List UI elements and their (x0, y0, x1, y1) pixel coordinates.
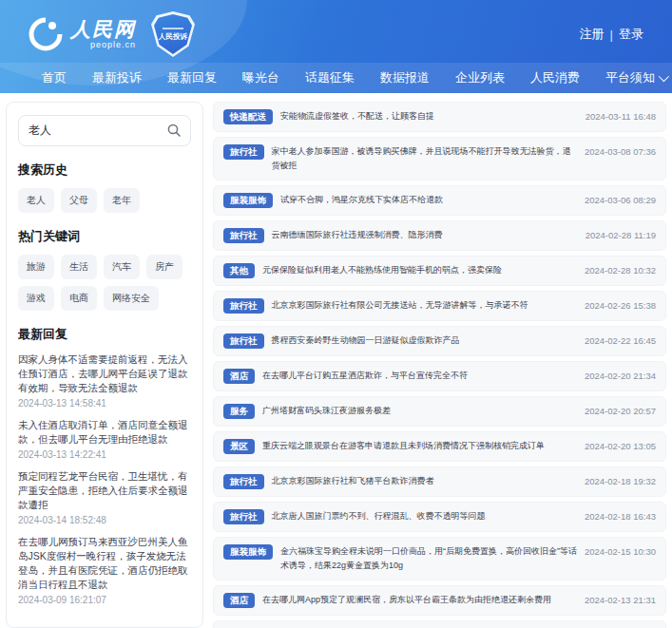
complaint-list: 快递配送 安能物流虚假签收，不配送，让顾客自提 2024-03-11 16:48… (213, 102, 666, 628)
nav-item-platform-notice[interactable]: 平台须知 (605, 69, 666, 86)
complaint-title: 试穿不合脚，鸿星尔克线下实体店不给退款 (280, 193, 577, 207)
search-icon[interactable] (166, 123, 182, 138)
nav-item-company-list[interactable]: 企业列表 (455, 69, 505, 86)
nav-item-latest-complaints[interactable]: 最新投诉 (92, 69, 142, 86)
shield-badge-label: 人民投诉 (159, 31, 187, 41)
complaint-title: 重庆云端之眼观景台在游客申请退款且未到场消费情况下强制核销完成订单 (262, 439, 577, 453)
complaint-title: 云南德缅国际旅行社违规强制消费、隐形消费 (272, 228, 578, 242)
auth-links: 注册 | 登录 (580, 26, 643, 43)
complaint-shield-inner: 人民投诉 (154, 14, 192, 54)
complaint-row[interactable]: 服装服饰 试穿不合脚，鸿星尔克线下实体店不给退款 2024-03-06 08:2… (213, 185, 666, 216)
nav-item-latest-replies[interactable]: 最新回复 (167, 69, 217, 86)
complaint-date: 2024-02-28 11:19 (586, 228, 656, 242)
complaint-row[interactable]: 服务 广州塔财富码头珠江夜游服务极差 2024-02-20 20:57 (213, 396, 666, 427)
hot-keyword-tag[interactable]: 房产 (146, 255, 182, 279)
history-tag[interactable]: 父母 (61, 188, 97, 213)
reply-text: 预定同程艺龙平台民宿，卫生堪忧，有严重安全隐患，拒绝入住后要求全额退款遭拒 (18, 469, 191, 512)
complaint-row[interactable]: 酒店 在去哪儿网App预定了观澜民宿，房东以平台霸王条款为由拒绝退还剩余费用 2… (213, 585, 666, 616)
people-cn-logo[interactable]: 人民网 people.cn (29, 17, 136, 51)
complaint-date: 2024-03-11 16:48 (586, 109, 656, 124)
reply-item[interactable]: 因家人身体不适需要提前返程，无法入住预订酒店，去哪儿网平台延误了退款有效期，导致… (18, 352, 191, 409)
complaint-title: 在去哪儿网App预定了观澜民宿，房东以平台霸王条款为由拒绝退还剩余费用 (262, 593, 577, 607)
complaint-row[interactable]: 旅行社 携程西安秦岭野生动物园一日游疑似虚假欺诈产品 2024-02-22 16… (213, 326, 666, 356)
search-box (18, 115, 191, 146)
complaint-title: 在去哪儿平台订购五星酒店欺诈，与平台宣传完全不符 (262, 369, 577, 383)
nav-item-data-reports[interactable]: 数据报道 (380, 69, 430, 86)
logo-text-block: 人民网 people.cn (70, 19, 136, 49)
hot-keyword-tag[interactable]: 旅游 (18, 255, 54, 279)
history-tag[interactable]: 老人 (18, 188, 54, 213)
complaint-date: 2024-03-08 07:36 (585, 144, 656, 159)
logo-subtitle-text: people.cn (90, 41, 136, 49)
people-cn-logo-icon (29, 17, 63, 51)
complaint-date: 2024-02-18 19:32 (585, 474, 656, 488)
category-badge: 旅行社 (223, 144, 264, 160)
reply-item[interactable]: 预定同程艺龙平台民宿，卫生堪忧，有严重安全隐患，拒绝入住后要求全额退款遭拒 20… (18, 469, 191, 526)
complaint-row[interactable]: 旅行社 家中老人参加泰国游，被诱导购买佛牌，并且说现场不能打开导致无法验货，退货… (213, 137, 666, 181)
login-link[interactable]: 登录 (619, 26, 643, 43)
main-navigation: 首页 最新投诉 最新回复 曝光台 话题征集 数据报道 企业列表 人民消费 平台须… (0, 63, 672, 93)
reply-timestamp: 2024-03-13 14:22:41 (18, 448, 191, 461)
category-badge: 服装服饰 (223, 544, 273, 560)
complaint-title: 金六福珠宝导购全程未说明一口价商品，用“后期免费置换，高价回收旧金”等话术诱导，… (280, 544, 577, 573)
reply-text: 因家人身体不适需要提前返程，无法入住预订酒店，去哪儿网平台延误了退款有效期，导致… (18, 352, 191, 395)
category-badge: 旅行社 (223, 474, 264, 489)
register-link[interactable]: 注册 (580, 26, 605, 43)
complaint-row[interactable]: 旅行社 云南德缅国际旅行社违规强制消费、隐形消费 2024-02-28 11:1… (213, 220, 666, 251)
complaint-date: 2024-02-20 21:34 (585, 369, 656, 383)
category-badge: 酒店 (223, 369, 255, 384)
hot-keyword-tag[interactable]: 生活 (61, 255, 97, 279)
shield-dash-decoration (163, 28, 183, 29)
chevron-down-icon (659, 71, 669, 82)
nav-item-topics[interactable]: 话题征集 (305, 69, 355, 86)
category-badge: 旅行社 (223, 228, 264, 243)
search-history-title: 搜索历史 (18, 162, 191, 179)
complaint-row[interactable]: 景区 重庆云端之眼观景台在游客申请退款且未到场消费情况下强制核销完成订单 202… (213, 431, 666, 462)
category-badge: 景区 (223, 439, 255, 454)
reply-timestamp: 2024-03-13 14:58:41 (18, 397, 191, 409)
nav-item-platform-notice-label: 平台须知 (605, 69, 655, 86)
search-history-tags: 老人 父母 老年 (18, 188, 191, 213)
hot-keyword-tag[interactable]: 汽车 (104, 255, 140, 279)
complaint-row[interactable]: 景区 在美团购买开封十景区联票，只去过一个万寿山，后面九个景点就没法使用了 20… (213, 620, 666, 628)
complaint-shield-badge[interactable]: 人民投诉 (151, 11, 195, 57)
hot-keyword-tag[interactable]: 电商 (61, 286, 97, 311)
hot-keyword-tag[interactable]: 网络安全 (104, 286, 159, 311)
complaint-date: 2024-03-06 08:29 (585, 193, 656, 207)
auth-divider: | (610, 28, 613, 42)
reply-item[interactable]: 未入住酒店取消订单，酒店同意全额退款，但去哪儿平台无理由拒绝退款 2024-03… (18, 418, 191, 461)
complaint-date: 2024-02-26 15:38 (585, 298, 656, 313)
latest-replies-list: 因家人身体不适需要提前返程，无法入住预订酒店，去哪儿网平台延误了退款有效期，导致… (18, 352, 191, 606)
complaint-title: 北京京彩国际旅行社有限公司无接送站，无导游讲解等，与承诺不符 (272, 298, 577, 313)
nav-item-home[interactable]: 首页 (42, 69, 67, 86)
category-badge: 酒店 (223, 593, 255, 608)
complaint-title: 北京京彩国际旅行社和飞猪平台欺诈消费者 (272, 474, 577, 488)
page-content: 搜索历史 老人 父母 老年 热门关键词 旅游 生活 汽车 房产 游戏 电商 网络… (0, 93, 672, 628)
nav-item-exposure[interactable]: 曝光台 (242, 69, 279, 86)
complaint-title: 广州塔财富码头珠江夜游服务极差 (262, 404, 577, 418)
category-badge: 服务 (223, 404, 255, 419)
nav-item-people-consumption[interactable]: 人民消费 (530, 69, 580, 86)
complaint-title: 携程西安秦岭野生动物园一日游疑似虚假欺诈产品 (272, 333, 577, 348)
category-badge: 快递配送 (223, 109, 273, 124)
complaint-title: 元保保险疑似利用老人不能熟练使用智能手机的弱点，强卖保险 (262, 263, 577, 277)
complaint-date: 2024-02-28 10:32 (585, 263, 656, 277)
complaint-row[interactable]: 快递配送 安能物流虚假签收，不配送，让顾客自提 2024-03-11 16:48 (213, 102, 666, 132)
history-tag[interactable]: 老年 (104, 188, 140, 213)
complaint-row[interactable]: 旅行社 北京京彩国际旅行社和飞猪平台欺诈消费者 2024-02-18 19:32 (213, 466, 666, 497)
search-input[interactable] (18, 115, 191, 146)
complaint-row[interactable]: 旅行社 北京唐人国旅门票约不到、行程混乱、收费不透明等问题 2024-02-18… (213, 502, 666, 532)
hot-keyword-tag[interactable]: 游戏 (18, 286, 54, 311)
complaint-row[interactable]: 服装服饰 金六福珠宝导购全程未说明一口价商品，用“后期免费置换，高价回收旧金”等… (213, 537, 666, 580)
reply-item[interactable]: 在去哪儿网预订马来西亚沙巴州美人鱼岛JSK度假村一晚行程，孩子发烧无法登岛，并且… (18, 535, 191, 606)
complaint-title: 北京唐人国旅门票约不到、行程混乱、收费不透明等问题 (272, 509, 577, 523)
category-badge: 其他 (223, 263, 255, 278)
complaint-row[interactable]: 其他 元保保险疑似利用老人不能熟练使用智能手机的弱点，强卖保险 2024-02-… (213, 256, 666, 286)
complaint-row[interactable]: 酒店 在去哪儿平台订购五星酒店欺诈，与平台宣传完全不符 2024-02-20 2… (213, 361, 666, 391)
hot-keywords-title: 热门关键词 (18, 228, 191, 245)
site-header: 人民网 people.cn 人民投诉 注册 | 登录 首页 最新投诉 最新回复 … (0, 0, 672, 93)
reply-timestamp: 2024-03-09 16:21:07 (18, 594, 191, 606)
hot-keyword-tags: 旅游 生活 汽车 房产 游戏 电商 网络安全 (18, 255, 191, 311)
logo-brand-text: 人民网 (70, 19, 136, 39)
complaint-row[interactable]: 旅行社 北京京彩国际旅行社有限公司无接送站，无导游讲解等，与承诺不符 2024-… (213, 291, 666, 321)
